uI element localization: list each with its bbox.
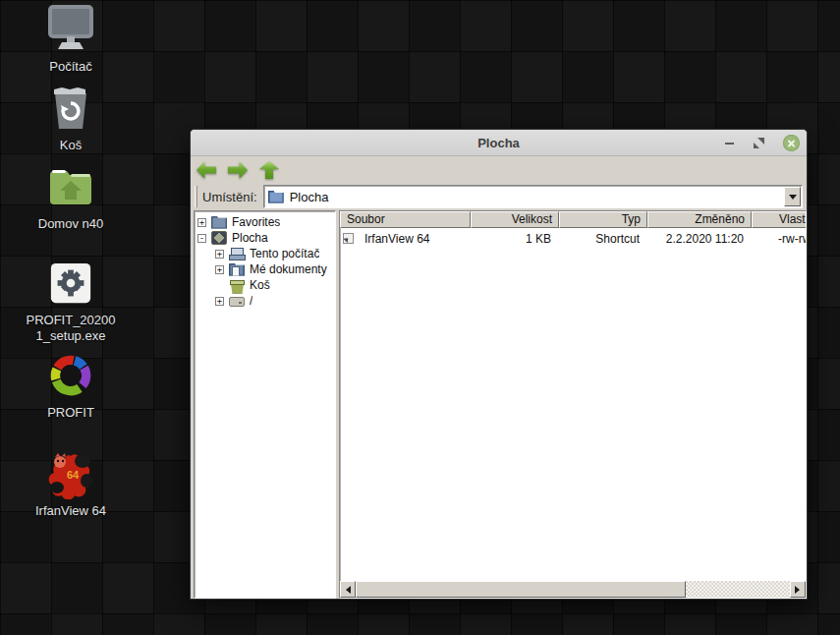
desktop-icon-label: Počítač [20, 59, 122, 75]
tree-item[interactable]: +Mé dokumenty [195, 261, 335, 277]
titlebar[interactable]: Plocha [191, 130, 807, 156]
documents-icon [229, 263, 245, 276]
tree-item[interactable]: Koš [195, 277, 335, 293]
desktop-icon-computer[interactable]: Počítač [20, 4, 122, 75]
file-row[interactable]: IrfanView 641 KBShortcut2.2.2020 11:20-r… [340, 230, 806, 247]
tree-item-label: Koš [250, 278, 270, 292]
file-cell: 1 KB [471, 232, 559, 246]
drive-icon [229, 297, 245, 307]
file-list: SouborVelikostTypZměněnoVlastn IrfanView… [339, 210, 807, 599]
desktop-icon-area: PočítačKošDomov n40PROFIT_202001_setup.e… [0, 0, 147, 635]
desktop-icon-label: IrfanView 64 [20, 503, 122, 519]
computer-icon [20, 4, 122, 55]
recycle-icon [229, 279, 245, 292]
column-header-velikost[interactable]: Velikost [471, 211, 559, 228]
file-cell: 2.2.2020 11:20 [647, 232, 752, 246]
up-arrow-icon [259, 161, 279, 179]
file-list-rows: IrfanView 641 KBShortcut2.2.2020 11:20-r… [340, 230, 806, 247]
column-header-vlastn[interactable]: Vlastn [752, 211, 807, 228]
tree-item-label: / [250, 294, 252, 308]
scroll-right-button[interactable] [790, 581, 806, 598]
location-bar: Umístění: Plocha [191, 183, 807, 210]
desktop-icon-label: PROFIT_202001_setup.exe [24, 313, 119, 344]
scroll-left-button[interactable] [340, 581, 356, 598]
back-arrow-icon [196, 161, 216, 179]
desktop-icon-installer[interactable]: PROFIT_202001_setup.exe [20, 258, 122, 344]
tree-item[interactable]: -Plocha [195, 230, 335, 246]
desktop-icon-irfanview[interactable]: 64IrfanView 64 [20, 448, 122, 519]
irfanview-icon: 64 [20, 448, 122, 499]
scroll-left-icon [342, 586, 351, 594]
shortcut-icon [343, 233, 354, 244]
profit-icon [20, 350, 122, 401]
navigation-toolbar [191, 157, 807, 183]
tree-item[interactable]: +Favorites [195, 214, 335, 230]
tree-item-label: Tento počítač [250, 247, 319, 260]
tree-item[interactable]: +/ [195, 293, 335, 309]
toolbar-gripper[interactable] [195, 186, 197, 207]
location-value: Plocha [290, 190, 329, 204]
file-dialog-window: Plocha Umístění: Plocha +Favorites-Ploch… [190, 129, 808, 600]
home-folder-icon [20, 161, 122, 212]
file-list-header: SouborVelikostTypZměněnoVlastn [340, 211, 806, 228]
expand-icon[interactable]: + [215, 250, 224, 259]
scroll-right-icon [795, 586, 804, 594]
back-button[interactable] [196, 161, 216, 179]
file-name: IrfanView 64 [364, 232, 430, 246]
folder-icon [268, 191, 284, 203]
svg-text:64: 64 [67, 469, 80, 481]
location-label: Umístění: [202, 190, 257, 204]
desktop-icon-label: Domov n40 [20, 216, 122, 232]
column-header-soubor[interactable]: Soubor [340, 211, 471, 228]
collapse-icon[interactable]: - [197, 234, 206, 243]
location-combobox[interactable]: Plocha [263, 185, 803, 208]
folder-tree: +Favorites-Plocha+Tento počítač+Mé dokum… [194, 210, 336, 599]
scrollbar-thumb[interactable] [356, 581, 686, 598]
tree-item-label: Mé dokumenty [250, 262, 327, 276]
expand-icon[interactable]: + [197, 218, 206, 227]
trash-icon [20, 83, 122, 134]
window-title: Plocha [191, 130, 807, 156]
folder-icon [211, 216, 227, 229]
forward-button[interactable] [228, 161, 248, 179]
desktop-icon-profit[interactable]: PROFIT [20, 350, 122, 421]
file-cell: -rw-rw [752, 232, 807, 246]
close-button[interactable] [783, 135, 800, 151]
minimize-button[interactable] [721, 135, 738, 151]
minimize-icon [725, 143, 734, 144]
expand-icon[interactable]: + [215, 265, 224, 274]
scrollbar-track[interactable] [686, 581, 790, 598]
computer-icon [229, 248, 245, 260]
restore-icon [754, 138, 764, 148]
installer-icon [20, 258, 122, 309]
horizontal-scrollbar[interactable] [340, 581, 806, 598]
chevron-down-icon [789, 195, 797, 203]
expand-icon[interactable]: + [215, 297, 224, 306]
tree-item[interactable]: +Tento počítač [195, 246, 335, 261]
desktop-icon [211, 231, 227, 245]
desktop-icon-home-folder[interactable]: Domov n40 [20, 161, 122, 232]
tree-item-label: Plocha [232, 231, 268, 245]
desktop-icon-trash[interactable]: Koš [20, 83, 122, 153]
location-dropdown-button[interactable] [784, 187, 801, 206]
column-header-změněno[interactable]: Změněno [647, 211, 752, 228]
desktop-icon-label: PROFIT [20, 405, 122, 421]
column-header-typ[interactable]: Typ [559, 211, 647, 228]
forward-arrow-icon [228, 161, 248, 179]
tree-item-label: Favorites [232, 215, 280, 229]
desktop-icon-label: Koš [20, 138, 122, 153]
restore-button[interactable] [751, 135, 767, 151]
up-button[interactable] [259, 161, 279, 179]
file-cell: Shortcut [559, 232, 647, 246]
